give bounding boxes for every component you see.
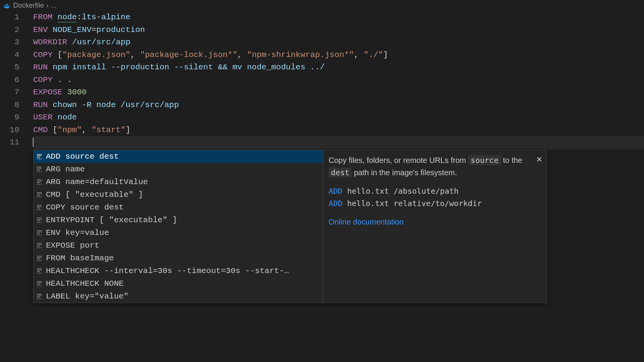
line-number: 3 (0, 36, 28, 49)
snippet-icon (36, 280, 43, 287)
code-line[interactable]: RUN chown -R node /usr/src/app (33, 99, 644, 112)
snippet-icon (36, 293, 43, 300)
code-line[interactable]: COPY ["package.json", "package-lock.json… (33, 49, 644, 62)
suggestion-item[interactable]: HEALTHCHECK --interval=30s --timeout=30s… (34, 265, 323, 277)
suggestion-item[interactable]: CMD [ "executable" ] (34, 188, 323, 201)
editor[interactable]: 1234567891011 FROM node:lts-alpineENV NO… (0, 11, 644, 149)
suggestion-item[interactable]: ADD source dest (34, 150, 323, 163)
suggestion-item[interactable]: ARG name (34, 163, 323, 176)
code-line[interactable]: WORKDIR /usr/src/app (33, 36, 644, 49)
code-chip-dest: dest (329, 168, 352, 178)
code-line[interactable]: COPY . . (33, 74, 644, 87)
line-number: 4 (0, 49, 28, 62)
code-line[interactable]: CMD ["npm", "start"] (33, 124, 644, 137)
suggestion-item[interactable]: ENV key=value (34, 226, 323, 239)
doc-example-2: ADD hello.txt relative/to/workdir (329, 197, 541, 209)
code-line[interactable]: ENV NODE_ENV=production (33, 24, 644, 37)
suggestion-label: COPY source dest (46, 203, 124, 212)
code-chip-source: source (468, 155, 501, 165)
docker-icon (3, 3, 11, 9)
code-line[interactable]: EXPOSE 3000 (33, 86, 644, 99)
suggestion-label: HEALTHCHECK --interval=30s --timeout=30s… (46, 266, 289, 275)
code-line[interactable]: USER node (33, 111, 644, 124)
suggestion-label: ARG name (46, 165, 85, 174)
online-documentation-link[interactable]: Online documentation (329, 218, 404, 226)
suggestion-label: EXPOSE port (46, 241, 99, 250)
suggestion-list[interactable]: ADD source destARG nameARG name=defaultV… (34, 150, 323, 303)
suggestion-item[interactable]: HEALTHCHECK NONE (34, 277, 323, 290)
chevron-right-icon: › (46, 2, 49, 10)
line-number: 1 (0, 11, 28, 24)
line-number-gutter: 1234567891011 (0, 11, 28, 149)
code-line[interactable]: FROM node:lts-alpine (33, 11, 644, 24)
suggestion-label: CMD [ "executable" ] (46, 190, 143, 199)
snippet-icon (36, 268, 43, 275)
line-number: 11 (0, 136, 28, 149)
suggestion-item[interactable]: FROM baseImage (34, 252, 323, 265)
snippet-icon (36, 191, 43, 198)
suggestion-item[interactable]: LABEL key="value" (34, 290, 323, 303)
suggestion-label: ENTRYPOINT [ "executable" ] (46, 216, 177, 225)
suggestion-label: HEALTHCHECK NONE (46, 279, 124, 288)
breadcrumb[interactable]: Dockerfile › ... (0, 0, 644, 11)
suggestion-item[interactable]: ARG name=defaultValue (34, 176, 323, 188)
code-area[interactable]: FROM node:lts-alpineENV NODE_ENV=product… (33, 11, 644, 149)
suggestion-label: ADD source dest (46, 152, 119, 161)
breadcrumb-file[interactable]: Dockerfile (13, 2, 44, 10)
doc-example-1: ADD hello.txt /absolute/path (329, 185, 541, 197)
suggestion-item[interactable]: EXPOSE port (34, 239, 323, 252)
snippet-icon (36, 255, 43, 262)
suggestion-label: ENV key=value (46, 228, 109, 237)
snippet-icon (36, 179, 43, 186)
snippet-icon (36, 153, 43, 160)
suggestion-label: LABEL key="value" (46, 292, 128, 301)
line-number: 7 (0, 86, 28, 99)
line-number: 8 (0, 99, 28, 112)
close-icon[interactable]: ✕ (536, 153, 543, 166)
snippet-icon (36, 230, 43, 236)
line-number: 5 (0, 61, 28, 74)
code-line[interactable]: RUN npm install --production --silent &&… (33, 61, 644, 74)
line-number: 10 (0, 124, 28, 137)
suggestion-item[interactable]: ENTRYPOINT [ "executable" ] (34, 214, 323, 226)
breadcrumb-detail[interactable]: ... (51, 2, 57, 10)
line-number: 6 (0, 74, 28, 87)
suggestion-item[interactable]: COPY source dest (34, 201, 323, 214)
snippet-icon (36, 242, 43, 249)
suggestion-widget: ADD source destARG nameARG name=defaultV… (33, 150, 547, 303)
text-cursor (33, 137, 34, 147)
snippet-icon (36, 204, 43, 211)
suggestion-label: ARG name=defaultValue (46, 178, 148, 186)
doc-description: Copy files, folders, or remote URLs from… (329, 154, 541, 179)
line-number: 9 (0, 111, 28, 124)
code-line[interactable] (33, 136, 644, 149)
line-number: 2 (0, 24, 28, 37)
suggestion-documentation: ✕ Copy files, folders, or remote URLs fr… (323, 150, 546, 303)
suggestion-label: FROM baseImage (46, 254, 114, 263)
snippet-icon (36, 166, 43, 173)
snippet-icon (36, 217, 43, 224)
